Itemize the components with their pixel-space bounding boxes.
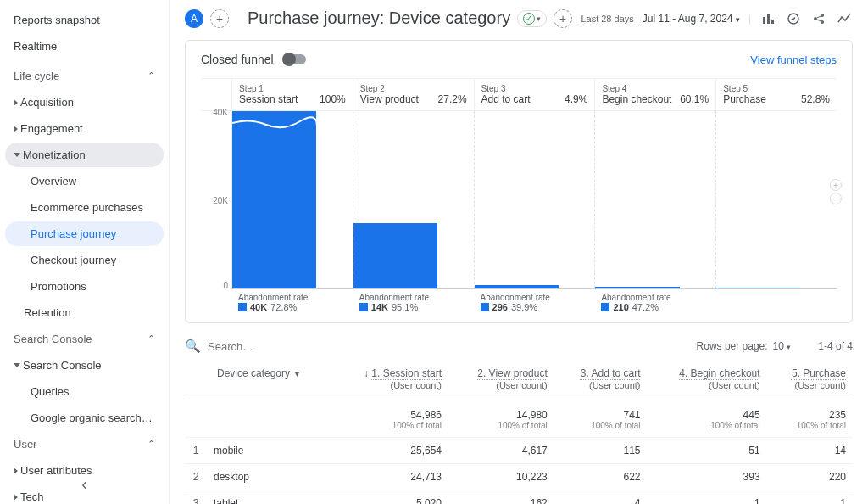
- chevron-up-icon: ⌃: [147, 70, 155, 81]
- funnel-bar-2: [353, 223, 437, 288]
- sidebar-item-ecommerce[interactable]: Ecommerce purchases: [5, 195, 164, 220]
- pagination-info: 1-4 of 4: [818, 340, 853, 352]
- zoom-in-button[interactable]: +: [830, 179, 842, 191]
- add-comparison-button[interactable]: +: [554, 9, 572, 28]
- chevron-up-icon: ⌃: [147, 439, 155, 450]
- triangle-down-icon: [14, 153, 20, 157]
- main-content: A + Purchase journey: Device category ✓ …: [170, 0, 868, 504]
- triangle-right-icon: [14, 494, 18, 501]
- search-input[interactable]: [208, 340, 377, 353]
- date-range[interactable]: Jul 11 - Aug 7, 2024 ▾: [643, 13, 740, 25]
- sidebar-collapse-button[interactable]: ‹: [81, 474, 87, 494]
- col-header-4[interactable]: 4. Begin checkout(User count): [648, 359, 767, 400]
- sidebar-section-label: User: [14, 438, 36, 451]
- funnel-panel: Closed funnel View funnel steps Step 1Se…: [185, 40, 853, 323]
- insights-icon[interactable]: [836, 10, 853, 27]
- page-title: Purchase journey: Device category ✓ ▾ +: [248, 8, 572, 28]
- sidebar-section-user[interactable]: User ⌃: [0, 431, 169, 457]
- rows-per-page-select[interactable]: 10 ▾: [773, 340, 792, 352]
- funnel-bar-5: [716, 288, 800, 288]
- sidebar-item-organic[interactable]: Google organic search traffic: [5, 406, 164, 430]
- edit-icon[interactable]: [785, 10, 802, 27]
- segment-badge[interactable]: A: [185, 9, 203, 28]
- check-icon: ✓: [523, 13, 535, 25]
- add-segment-button[interactable]: +: [210, 9, 229, 28]
- closed-funnel-toggle[interactable]: [284, 54, 306, 64]
- sidebar-section-search-console[interactable]: Search Console ⌃: [0, 326, 169, 352]
- legend-square-icon: [238, 303, 247, 311]
- abandonment-row: Abandonment rate40K72.8% Abandonment rat…: [201, 293, 837, 312]
- topbar: A + Purchase journey: Device category ✓ …: [170, 0, 868, 36]
- chevron-down-icon: ▾: [295, 369, 299, 378]
- chevron-down-icon: ▾: [537, 14, 541, 23]
- sidebar-item-search-console[interactable]: Search Console: [5, 353, 164, 378]
- sidebar-item-engagement[interactable]: Engagement: [5, 116, 164, 141]
- sidebar-section-lifecycle[interactable]: Life cycle ⌃: [0, 63, 169, 89]
- sidebar-item-purchase-journey[interactable]: Purchase journey: [5, 221, 164, 246]
- panel-title: Closed funnel: [201, 53, 274, 66]
- triangle-right-icon: [14, 468, 18, 474]
- svg-rect-0: [763, 17, 765, 24]
- funnel-bar-3: [475, 285, 559, 288]
- legend-square-icon: [481, 303, 489, 311]
- triangle-down-icon: [14, 363, 20, 367]
- table-row[interactable]: 3 tablet 5,020162411: [185, 490, 853, 505]
- sidebar-realtime[interactable]: Realtime: [0, 33, 169, 59]
- dimension-header[interactable]: Device category ▾: [192, 367, 326, 379]
- svg-point-4: [821, 14, 824, 17]
- totals-row: 54,986100% of total 14,980100% of total …: [185, 400, 853, 438]
- sidebar-section-label: Search Console: [14, 333, 92, 345]
- sort-down-icon: ↓: [364, 367, 369, 379]
- funnel-bar-4: [595, 287, 679, 288]
- svg-rect-1: [767, 14, 770, 24]
- sidebar-item-retention[interactable]: Retention: [5, 300, 164, 325]
- sidebar-section-label: Life cycle: [14, 70, 59, 82]
- table-row[interactable]: 2 desktop 24,71310,223622393220: [185, 464, 853, 490]
- sidebar-item-acquisition[interactable]: Acquisition: [5, 90, 164, 115]
- svg-rect-2: [771, 20, 774, 24]
- legend-square-icon: [601, 303, 609, 311]
- col-header-1[interactable]: ↓ 1. Session start(User count): [332, 359, 448, 400]
- chevron-down-icon: ▾: [736, 15, 740, 24]
- share-icon[interactable]: [810, 10, 827, 27]
- data-table: Device category ▾ ↓ 1. Session start(Use…: [185, 359, 853, 504]
- sidebar-item-queries[interactable]: Queries: [5, 379, 164, 404]
- svg-point-5: [814, 17, 817, 20]
- col-header-2[interactable]: 2. View product(User count): [448, 359, 554, 400]
- view-funnel-steps-link[interactable]: View funnel steps: [750, 53, 837, 66]
- chevron-down-icon: ▾: [787, 343, 791, 351]
- sidebar-item-promotions[interactable]: Promotions: [5, 274, 164, 299]
- sidebar: Reports snapshot Realtime Life cycle ⌃ A…: [0, 0, 170, 504]
- funnel-bar-1: [232, 111, 316, 288]
- sidebar-item-overview[interactable]: Overview: [5, 169, 164, 193]
- col-header-3[interactable]: 3. Add to cart(User count): [554, 359, 648, 400]
- triangle-right-icon: [14, 99, 18, 106]
- funnel-chart: 40K 20K 0 + −: [201, 111, 837, 289]
- status-pill[interactable]: ✓ ▾: [517, 10, 547, 27]
- svg-line-7: [817, 16, 821, 18]
- table-row[interactable]: 1 mobile 25,6544,6171155114: [185, 438, 853, 464]
- sidebar-reports-snapshot[interactable]: Reports snapshot: [0, 7, 169, 33]
- sidebar-item-monetization[interactable]: Monetization: [5, 143, 164, 167]
- bar-chart-icon[interactable]: [760, 10, 776, 27]
- svg-point-6: [821, 20, 824, 24]
- legend-square-icon: [359, 303, 368, 311]
- sidebar-item-checkout-journey[interactable]: Checkout journey: [5, 248, 164, 272]
- triangle-right-icon: [14, 126, 18, 132]
- data-table-section: 🔍 Rows per page: 10 ▾ 1-4 of 4 Device ca…: [185, 333, 853, 504]
- date-preset-label: Last 28 days: [581, 14, 633, 24]
- rows-per-page-label: Rows per page:: [697, 340, 768, 352]
- search-icon: 🔍: [185, 339, 201, 354]
- svg-line-8: [817, 20, 821, 21]
- chevron-up-icon: ⌃: [147, 333, 155, 344]
- col-header-5[interactable]: 5. Purchase(User count): [767, 359, 853, 400]
- funnel-steps-header: Step 1Session start100% Step 2View produ…: [201, 78, 837, 111]
- zoom-out-button[interactable]: −: [830, 193, 842, 204]
